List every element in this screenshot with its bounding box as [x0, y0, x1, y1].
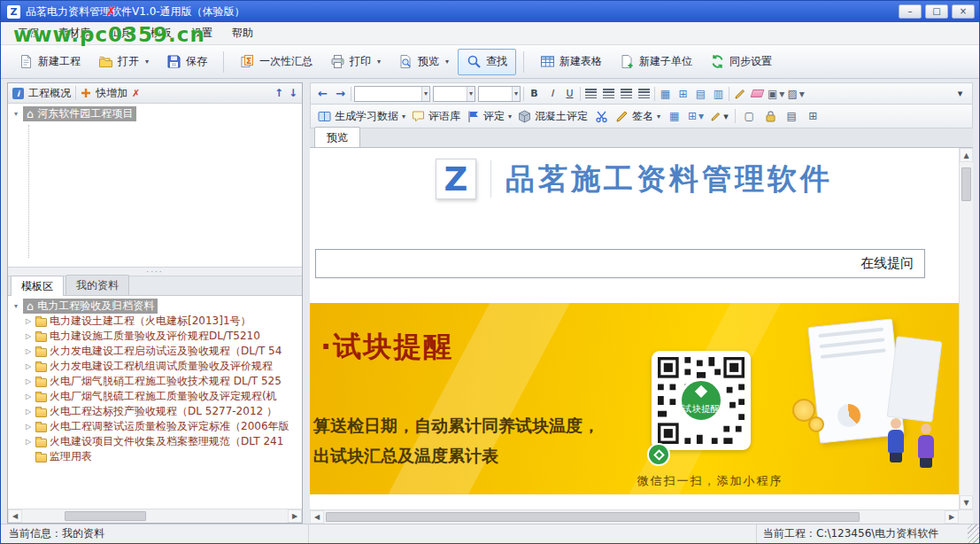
find-button[interactable]: 查找 — [458, 49, 516, 75]
tab-my-documents[interactable]: 我的资料 — [66, 275, 129, 295]
align-justify-button[interactable] — [637, 86, 652, 102]
preview-hscrollbar[interactable]: ◀ ▶ — [310, 509, 959, 524]
underline-button[interactable]: U — [562, 86, 577, 102]
tab-template-area[interactable]: 模板区 — [11, 276, 64, 296]
insert-row-button[interactable]: ▤ — [693, 86, 708, 102]
expand-icon[interactable]: ▷ — [24, 362, 33, 370]
expand-icon[interactable]: ▷ — [24, 408, 33, 416]
scroll-thumb[interactable] — [326, 512, 860, 522]
sync-settings-button[interactable]: 同步设置 — [701, 49, 781, 75]
erase-table-button[interactable] — [750, 86, 765, 102]
insert-column-button[interactable]: ▥ — [711, 86, 726, 102]
lock-button[interactable] — [763, 108, 778, 124]
template-tree-root[interactable]: ▾ ⌂ 电力工程验收及归档资料 — [10, 299, 302, 314]
menu-item-material-library[interactable]: 素材库 — [49, 22, 100, 44]
template-tree-hscrollbar[interactable]: ◀ ▶ — [8, 509, 302, 523]
expand-icon[interactable]: ▷ — [24, 392, 33, 400]
cut-button[interactable] — [594, 108, 609, 124]
comment-library-button[interactable]: 评语库 — [412, 109, 460, 124]
bold-button[interactable]: B — [527, 86, 542, 102]
draw-table-button[interactable] — [732, 86, 747, 102]
scroll-thumb[interactable] — [961, 167, 971, 201]
menu-item-template[interactable]: 模板 — [141, 22, 181, 44]
generate-learning-data-button[interactable]: 生成学习数据▾ — [318, 109, 405, 124]
signature-button[interactable]: 签名▾ — [615, 109, 660, 124]
scroll-right-button[interactable]: ▶ — [945, 510, 959, 524]
scroll-up-button[interactable]: ▲ — [960, 148, 973, 162]
move-up-button[interactable]: ↑ — [274, 87, 283, 99]
expand-icon[interactable]: ▷ — [24, 317, 33, 325]
scroll-left-button[interactable]: ◀ — [8, 509, 22, 523]
scroll-right-button[interactable]: ▶ — [288, 509, 302, 523]
template-tree-item[interactable]: 监理用表 — [10, 449, 302, 464]
scroll-track[interactable] — [324, 510, 945, 524]
nav-forward-button[interactable]: → — [333, 86, 348, 102]
move-down-button[interactable]: ↓ — [289, 87, 297, 99]
template-tree-item[interactable]: ▷火电厂烟气脱硫工程施工质量验收及评定规程(机 — [10, 389, 302, 404]
expand-icon[interactable]: ▾ — [12, 302, 20, 310]
template-tree-item[interactable]: ▷火电厂烟气脱硝工程施工验收技术规程 DL/T 525 — [10, 374, 302, 389]
template-tree-item[interactable]: ▷火电建设项目文件收集及档案整理规范（DLT 241 — [10, 434, 302, 449]
template-tree-item[interactable]: ▷火力发电建设工程机组调试质量验收及评价规程 — [10, 359, 302, 374]
print-button[interactable]: 打印▾ — [321, 49, 390, 75]
open-button[interactable]: 打开▾ — [89, 49, 158, 75]
align-right-button[interactable] — [619, 86, 634, 102]
template-tree-item[interactable]: ▷火力发电建设工程启动试运及验收规程（DL/T 54 — [10, 344, 302, 359]
font-combo[interactable]: ▾ — [433, 86, 475, 102]
expand-icon[interactable]: ▾ — [12, 110, 20, 118]
template-tree-item[interactable]: ▷电力建设土建工程（火电建标[2013]1号） — [10, 314, 302, 329]
expand-icon[interactable]: ▷ — [24, 347, 33, 355]
delete-node-button[interactable]: ✗ — [132, 88, 140, 99]
template-tree-item[interactable]: ▷火电工程达标投产验收规程（DL 5277-2012 ） — [10, 404, 302, 419]
scroll-down-button[interactable]: ▼ — [960, 495, 973, 509]
italic-button[interactable]: I — [544, 86, 559, 102]
evaluate-button[interactable]: 评定▾ — [467, 109, 512, 124]
quick-add-button[interactable]: 快增加 — [96, 86, 127, 101]
menu-item-tools[interactable]: 工具 — [100, 22, 141, 44]
close-button[interactable]: × — [952, 4, 975, 19]
expand-icon[interactable]: ▷ — [24, 423, 33, 431]
merge-cells-button[interactable]: ▦ — [658, 86, 673, 102]
preview-vscrollbar[interactable]: ▲ ▼ — [959, 148, 973, 509]
maximize-button[interactable]: □ — [925, 4, 948, 19]
online-ask-input[interactable]: 在线提问 — [315, 249, 925, 278]
scroll-track[interactable] — [960, 162, 973, 495]
toolbar-overflow-button[interactable]: ▾ — [953, 86, 968, 102]
expand-icon[interactable]: ▷ — [24, 332, 33, 340]
layout-button[interactable]: ⊞ — [806, 108, 821, 124]
style-combo[interactable]: ▾ — [354, 86, 430, 102]
minimize-button[interactable]: – — [899, 4, 922, 19]
menu-item-help[interactable]: 帮助 — [222, 22, 263, 44]
print-preview-button[interactable]: 预览▾ — [390, 49, 458, 75]
new-sub-unit-button[interactable]: 新建子单位 — [611, 49, 701, 75]
page-button[interactable]: ▢ — [742, 108, 757, 124]
new-table-button[interactable]: 新建表格 — [531, 49, 611, 75]
menu-item-settings[interactable]: 设置 — [181, 22, 222, 44]
annotate-button[interactable]: ▾ — [710, 108, 729, 124]
split-cells-button[interactable]: ⊞ — [675, 86, 691, 102]
font-size-combo[interactable]: ▾ — [478, 86, 521, 102]
grid-options-button[interactable]: ⊞▾ — [688, 108, 704, 124]
align-left-button[interactable] — [583, 86, 598, 102]
expand-icon[interactable]: ▷ — [24, 438, 33, 446]
scroll-left-button[interactable]: ◀ — [310, 510, 324, 524]
concrete-evaluate-button[interactable]: 混凝土评定 — [518, 109, 588, 124]
project-tree-root[interactable]: ▾ ⌂ 河东软件园工程项目 — [10, 106, 300, 121]
pages-button[interactable]: ▤ — [784, 108, 799, 124]
resize-grip[interactable] — [968, 525, 979, 543]
shading-button[interactable]: ▨▾ — [787, 86, 804, 102]
expand-icon[interactable]: ▷ — [24, 377, 33, 385]
online-ask-button[interactable]: 在线提问 — [860, 255, 914, 272]
save-button[interactable]: 保存 — [158, 49, 216, 75]
template-tree-item[interactable]: ▷火电工程调整试运质量检验及评定标准（2006年版 — [10, 419, 302, 434]
preview-tab[interactable]: 预览 — [314, 127, 360, 147]
insert-table-button[interactable]: ▦ — [667, 108, 682, 124]
nav-back-button[interactable]: ← — [315, 86, 330, 102]
template-tree-item[interactable]: ▷电力建设施工质量验收及评价规程DL/T5210 — [10, 329, 302, 344]
borders-button[interactable]: ▣▾ — [768, 86, 784, 102]
promo-banner[interactable]: ·试块提醒 算送检日期，自动累计同养试块温度， 出试块汇总及温度累计表 — [310, 303, 959, 494]
one-time-summary-button[interactable]: Σ 一次性汇总 — [231, 49, 321, 75]
align-center-button[interactable] — [601, 86, 616, 102]
menu-item-project[interactable]: 工程 — [8, 22, 49, 44]
scroll-thumb[interactable] — [65, 511, 146, 521]
